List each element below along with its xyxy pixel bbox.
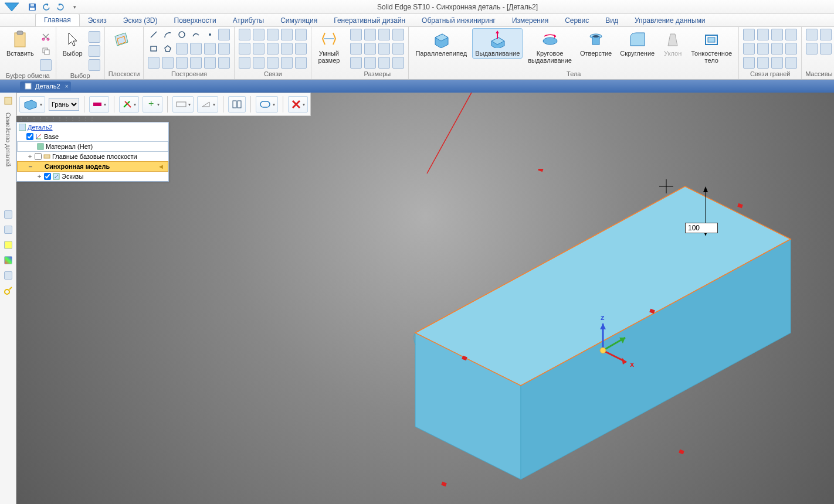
construct-tool-6[interactable]: [218, 28, 230, 41]
constraint-14[interactable]: [280, 56, 293, 69]
dim-11[interactable]: [378, 56, 391, 69]
arc-tool[interactable]: [161, 28, 174, 41]
constraint-3[interactable]: [266, 28, 279, 41]
dim-5[interactable]: [350, 42, 362, 55]
trim-tool[interactable]: [147, 56, 160, 69]
tab-simulation[interactable]: Симуляция: [272, 15, 326, 26]
pattern-1[interactable]: [805, 28, 818, 41]
draft-button[interactable]: Уклон: [660, 28, 686, 59]
hole-button[interactable]: Отверстие: [577, 28, 615, 59]
facerel-11[interactable]: [771, 56, 784, 69]
facerel-4[interactable]: [785, 28, 798, 41]
polygon-tool[interactable]: [161, 42, 174, 55]
tab-surfaces[interactable]: Поверхности: [166, 15, 225, 26]
dim-7[interactable]: [378, 42, 391, 55]
tab-attributes[interactable]: Атрибуты: [225, 15, 272, 26]
facerel-6[interactable]: [757, 42, 769, 55]
cb-mode-button[interactable]: [19, 96, 45, 113]
tree-baseplanes[interactable]: + Главные базовые плоскости: [17, 152, 168, 161]
facerel-2[interactable]: [757, 28, 769, 41]
tab-data-mgmt[interactable]: Управление данными: [626, 15, 714, 26]
constraint-9[interactable]: [280, 42, 293, 55]
tree-material[interactable]: Материал (Нет): [17, 141, 168, 152]
facerel-10[interactable]: [757, 56, 769, 69]
command-bar-grip[interactable]: ⋮⋮⋮⋮⋮⋮⋮⋮⋮⋮⋮⋮: [16, 116, 99, 121]
dim-12[interactable]: [392, 56, 405, 69]
paste-button[interactable]: Вставить: [4, 28, 37, 59]
constraint-12[interactable]: [252, 56, 265, 69]
facerel-5[interactable]: [743, 42, 755, 55]
app-menu-button[interactable]: [0, 0, 23, 14]
dim-6[interactable]: [364, 42, 377, 55]
palette-btn-3[interactable]: [2, 224, 14, 236]
move-tool[interactable]: [189, 56, 202, 69]
tab-sketch3d[interactable]: Эскиз (3D): [115, 15, 166, 26]
cb-filter-select[interactable]: Грань: [49, 98, 79, 111]
document-tab[interactable]: Деталь2 ×: [20, 81, 71, 91]
fillet-sketch-tool[interactable]: [175, 42, 188, 55]
curve-tool[interactable]: [189, 28, 202, 41]
cut-button[interactable]: [39, 30, 52, 43]
cb-btn-7[interactable]: [228, 96, 246, 113]
palette-btn-2[interactable]: [2, 209, 14, 220]
select-opt2[interactable]: [88, 45, 101, 57]
copy-button[interactable]: [39, 45, 52, 57]
pattern-2[interactable]: [819, 28, 832, 41]
constraint-6[interactable]: [238, 42, 251, 55]
cb-btn-5[interactable]: [172, 96, 194, 113]
box-button[interactable]: Параллелепипед: [412, 28, 470, 59]
smart-dimension-button[interactable]: Умный размер: [315, 28, 343, 66]
fillet-button[interactable]: Скругление: [617, 28, 657, 59]
extend-tool[interactable]: [161, 56, 174, 69]
dimension-input[interactable]: [685, 223, 718, 233]
tree-planes-checkbox[interactable]: [35, 153, 42, 160]
cb-btn-4[interactable]: +: [143, 96, 162, 113]
tree-sketches-checkbox[interactable]: [44, 173, 51, 180]
expand-sketches[interactable]: +: [36, 173, 43, 181]
undo-button[interactable]: [40, 1, 53, 13]
extrude-button[interactable]: Выдавливание: [472, 28, 523, 59]
tree-syncmodel[interactable]: − Синхронная модель ◄: [17, 161, 168, 172]
line-tool[interactable]: [147, 28, 160, 41]
dim-1[interactable]: [350, 28, 362, 41]
chamfer-tool[interactable]: [189, 42, 202, 55]
cb-btn-8[interactable]: [256, 96, 278, 113]
rotate-tool[interactable]: [204, 56, 216, 69]
pattern-3[interactable]: [805, 42, 818, 55]
dim-10[interactable]: [364, 56, 377, 69]
tree-sketches[interactable]: + Эскизы: [17, 172, 168, 181]
tab-home[interactable]: Главная: [35, 13, 80, 26]
point-tool[interactable]: [204, 28, 216, 41]
mirror-tool[interactable]: [175, 56, 188, 69]
qat-customize[interactable]: ▾: [68, 1, 81, 13]
tab-sketch[interactable]: Эскиз: [80, 15, 115, 26]
revolve-button[interactable]: Круговое выдавливание: [525, 28, 575, 66]
palette-btn-4[interactable]: [2, 239, 14, 251]
constraint-15[interactable]: [294, 56, 307, 69]
dim-4[interactable]: [392, 28, 405, 41]
constraint-13[interactable]: [266, 56, 279, 69]
select-opt3[interactable]: [88, 59, 101, 71]
close-tab-button[interactable]: ×: [65, 83, 69, 90]
tab-measure[interactable]: Измерения: [504, 15, 557, 26]
cb-cancel-button[interactable]: [288, 96, 308, 113]
palette-btn-6[interactable]: [2, 270, 14, 281]
save-button[interactable]: [26, 1, 39, 13]
tree-base[interactable]: Base: [17, 132, 168, 141]
construct-tool-12[interactable]: [218, 42, 230, 55]
palette-btn-1[interactable]: [2, 95, 14, 107]
cb-btn-6[interactable]: [197, 96, 218, 113]
thinwall-button[interactable]: Тонкостенное тело: [688, 28, 735, 66]
constraint-11[interactable]: [238, 56, 251, 69]
tab-reverse-eng[interactable]: Обратный инжиниринг: [413, 15, 504, 26]
tab-service[interactable]: Сервис: [557, 15, 597, 26]
constraint-1[interactable]: [238, 28, 251, 41]
constraint-2[interactable]: [252, 28, 265, 41]
constraint-4[interactable]: [280, 28, 293, 41]
expand-planes[interactable]: +: [26, 153, 33, 161]
scale-tool[interactable]: [218, 56, 230, 69]
constraint-10[interactable]: [294, 42, 307, 55]
tree-base-checkbox[interactable]: [26, 133, 33, 140]
palette-btn-7[interactable]: [2, 285, 14, 297]
dim-2[interactable]: [364, 28, 377, 41]
